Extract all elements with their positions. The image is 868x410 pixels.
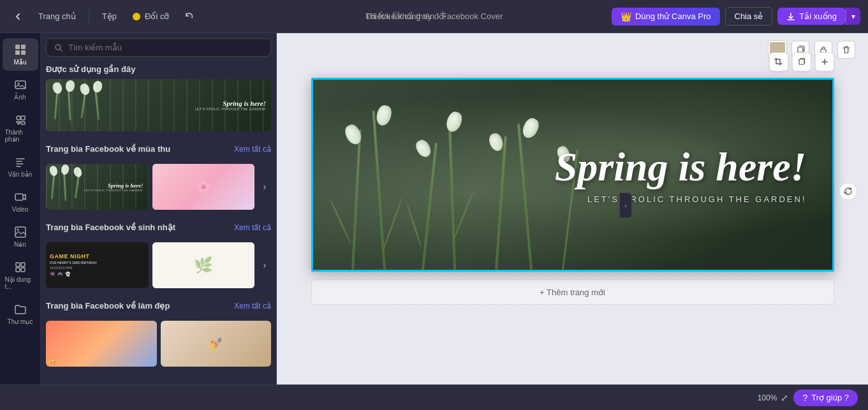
search-bar [46,38,271,57]
download-group: Tải xuống ▾ [777,8,860,25]
add-element-button[interactable] [815,52,834,71]
copy-button[interactable] [792,52,811,71]
sidebar-item-label: Văn bản [8,171,33,178]
sidebar-item-anh[interactable]: Ảnh [3,73,38,106]
beauty-view-all-button[interactable]: Xem tất cả [234,302,271,311]
svg-rect-15 [16,268,20,272]
svg-rect-19 [799,59,804,64]
birthday-templates-grid: GAME NIGHT FOR HENRY'S 33RD BIRTHDAY 15/… [46,242,271,288]
main-layout: Mẫu Ảnh Thành phần Văn bản [0,33,868,384]
sidebar-item-label: Ảnh [14,94,26,101]
design-canvas[interactable]: Spring is here! LET'S FROLIC THROUGH THE… [311,78,834,272]
sidebar-item-label: Video [12,206,28,213]
birthday-section-header: Trang bìa Facebook về sinh nhật Xem tất … [46,217,271,237]
svg-rect-13 [16,263,20,267]
autumn-template-2[interactable]: 🌸 [152,164,255,210]
sidebar-item-van-ban[interactable]: Văn bản [3,150,38,183]
beauty-templates-grid: ✨ 💅 [46,321,271,367]
svg-rect-11 [15,227,26,237]
beauty-template-2[interactable]: 💅 [161,321,272,367]
canvas-refresh-button[interactable] [839,182,857,200]
svg-rect-10 [15,194,23,200]
canvas-area: Spring is here! LET'S FROLIC THROUGH THE… [277,33,868,384]
birthday-view-all-button[interactable]: Xem tất cả [234,223,271,232]
sidebar-icons: Mẫu Ảnh Thành phần Văn bản [0,33,41,384]
autumn-section-header: Trang bìa Facebook về mùa thu Xem tất cả [46,139,271,159]
template-panel: Được sử dụng gần đây Spring is here! LET… [41,33,277,384]
canvas-subtitle: LET'S FROLIC THROUGH THE GARDEN! [555,195,807,205]
svg-rect-4 [21,50,26,55]
birthday-template-1[interactable]: GAME NIGHT FOR HENRY'S 33RD BIRTHDAY 15/… [46,242,149,288]
zoom-expand-button[interactable]: ⤢ [781,393,788,403]
delete-button[interactable] [837,41,855,59]
sidebar-item-noi-dung[interactable]: Nội dung t... [3,256,38,295]
svg-rect-16 [21,268,25,272]
zoom-display: 100% ⤢ [758,393,789,403]
crop-button[interactable] [769,52,788,71]
birthday-template-2[interactable]: 🌿 [152,242,255,288]
topbar-right: 👑 Dùng thử Canva Pro Chia sẻ Tải xuống ▾ [612,7,860,26]
bottom-bar: 100% ⤢ ? Trợ giúp ? [0,384,868,410]
search-icon [54,43,63,52]
divider [89,9,89,24]
svg-rect-2 [21,45,26,49]
svg-rect-8 [21,116,25,120]
home-button[interactable]: Trang chủ [33,9,81,24]
share-button[interactable]: Chia sẻ [725,7,773,26]
zoom-level: 100% [758,393,777,402]
add-page-button[interactable]: + Thêm trang mới [311,279,834,305]
sidebar-item-thu-muc[interactable]: Thư mục [3,298,38,330]
sidebar-item-thanh-phan[interactable]: Thành phần [3,108,38,148]
canvas-main-title: Spring is here! [555,145,807,189]
sidebar-item-mau[interactable]: Mẫu [3,38,38,71]
autumn-section-title: Trang bìa Facebook về mùa thu [46,144,170,154]
undo-button[interactable] [179,9,200,24]
beauty-template-1[interactable]: ✨ [46,321,157,367]
sidebar-item-label: Nền [14,241,26,248]
birthday-section-title: Trang bìa Facebook về sinh nhật [46,223,175,232]
search-input[interactable] [68,43,263,52]
beauty-section-header: Trang bìa Facebook về làm đẹp Xem tất cả [46,296,271,316]
design-title: Thiết kế không tên - Facebook Cover [365,11,503,21]
back-button[interactable] [8,9,28,24]
autumn-view-all-button[interactable]: Xem tất cả [234,145,271,154]
download-button[interactable]: Tải xuống [777,8,846,25]
beauty-section-title: Trang bìa Facebook về làm đẹp [46,301,170,311]
recent-section-title: Được sử dụng gần đây [46,64,271,74]
sidebar-item-label: Thành phần [5,129,36,143]
svg-point-0 [133,13,140,20]
canvas-text-area: Spring is here! LET'S FROLIC THROUGH THE… [555,145,807,204]
autumn-templates-grid: Spring is here! LET'S FROLIC THROUGH THE… [46,164,271,210]
sidebar-item-label: Mẫu [14,59,27,66]
resize-button[interactable]: Đổi cỡ [127,9,174,24]
svg-point-6 [17,83,19,85]
try-pro-button[interactable]: 👑 Dùng thử Canva Pro [612,8,720,26]
topbar: Trang chủ Tệp Đổi cỡ Đã lưu tất cả thay … [0,0,868,33]
svg-rect-1 [15,45,20,49]
birthday-scroll-right[interactable]: › [258,242,271,288]
file-button[interactable]: Tệp [97,9,122,24]
download-dropdown-button[interactable]: ▾ [846,8,860,25]
canvas-wrapper: Spring is here! LET'S FROLIC THROUGH THE… [311,78,834,305]
svg-rect-9 [21,122,25,124]
sidebar-item-label: Nội dung t... [5,276,36,290]
svg-rect-14 [21,263,25,267]
svg-point-12 [17,229,18,231]
sidebar-item-video[interactable]: Video [3,186,38,218]
autumn-template-1[interactable]: Spring is here! LET'S FROLIC THROUGH THE… [46,164,149,210]
svg-point-7 [17,116,20,120]
sidebar-item-nen[interactable]: Nền [3,221,38,253]
autumn-scroll-right[interactable]: › [258,164,271,210]
svg-rect-3 [15,50,20,55]
sidebar-item-label: Thư mục [8,318,33,325]
help-button[interactable]: ? Trợ giúp ? [793,390,858,406]
recent-template-thumb[interactable]: Spring is here! LET'S FROLIC THROUGH THE… [46,79,271,131]
canvas-float-btns [769,52,834,71]
